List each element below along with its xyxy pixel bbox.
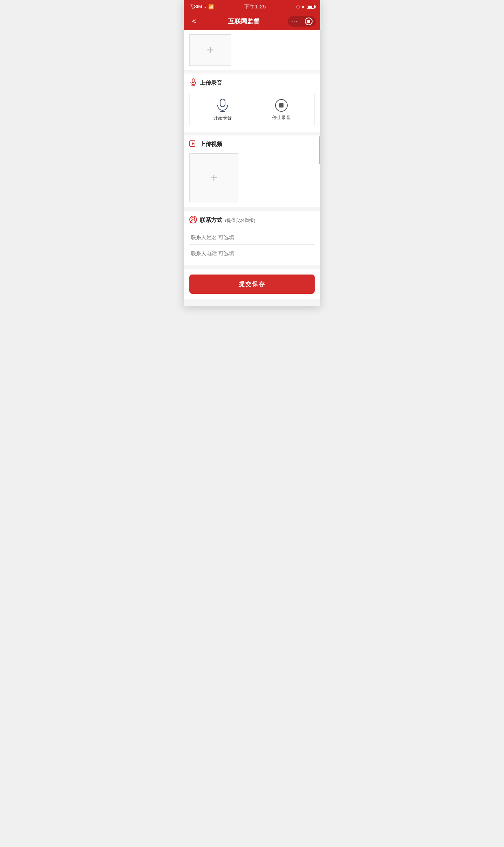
recording-controls: 开始录音 停止录音 <box>189 93 315 127</box>
scrollbar-thumb <box>319 136 320 164</box>
nav-bar: < 互联网监督 ··· <box>184 13 320 30</box>
carrier-label: 无SIM卡 <box>189 4 206 10</box>
upload-audio-section: 上传录音 开始录音 <box>184 74 320 132</box>
svg-rect-3 <box>220 99 225 107</box>
contact-name-input[interactable] <box>189 230 315 245</box>
status-time: 下午1:25 <box>244 4 266 10</box>
record-dot-icon <box>307 20 310 23</box>
add-image-icon: + <box>206 44 214 56</box>
contact-phone-input[interactable] <box>189 246 315 261</box>
phone-frame: 无SIM卡 📶 下午1:25 ⊕ ➤ < 互联网监督 ··· + <box>184 0 320 306</box>
audio-section-title: 上传录音 <box>200 79 222 87</box>
record-circle-icon <box>305 18 313 25</box>
battery-fill <box>308 6 312 8</box>
submit-button[interactable]: 提交保存 <box>189 275 315 294</box>
audio-section-header: 上传录音 <box>189 78 315 88</box>
video-section-header: 上传视频 <box>189 140 315 148</box>
mic-icon <box>216 99 229 112</box>
svg-rect-0 <box>192 79 194 83</box>
svg-point-8 <box>192 217 195 220</box>
svg-marker-7 <box>192 142 194 145</box>
stop-icon <box>275 99 288 112</box>
battery-icon <box>307 5 315 9</box>
video-upload-placeholder[interactable]: + <box>189 153 238 202</box>
contact-section-icon <box>189 216 197 225</box>
start-recording-label: 开始录音 <box>214 115 232 121</box>
contact-section-subtitle: (提倡实名举报) <box>225 217 255 224</box>
contact-section-header: 联系方式 (提倡实名举报) <box>189 216 315 225</box>
wifi-icon: 📶 <box>208 4 214 9</box>
image-upload-placeholder[interactable]: + <box>189 34 231 66</box>
contact-section: 联系方式 (提倡实名举报) <box>184 211 320 265</box>
upload-video-section: 上传视频 + <box>184 136 320 207</box>
stop-recording-label: 停止录音 <box>272 114 290 121</box>
status-right: ⊕ ➤ <box>296 4 315 9</box>
record-button[interactable] <box>301 18 313 25</box>
back-button[interactable]: < <box>188 15 201 28</box>
microphone-section-icon <box>189 78 197 88</box>
upload-image-section: + <box>184 30 320 70</box>
nav-title: 互联网监督 <box>228 17 260 26</box>
scrollbar-track <box>319 30 320 296</box>
start-recording-button[interactable]: 开始录音 <box>214 99 232 121</box>
stop-square-icon <box>279 103 284 107</box>
submit-section: 提交保存 <box>184 269 320 299</box>
content-area: + 上传录音 <box>184 30 320 306</box>
contact-section-title: 联系方式 <box>200 217 222 224</box>
location-icon: ⊕ ➤ <box>296 4 305 9</box>
nav-actions: ··· <box>288 16 316 27</box>
status-bar: 无SIM卡 📶 下午1:25 ⊕ ➤ <box>184 0 320 13</box>
more-button[interactable]: ··· <box>291 18 301 25</box>
stop-recording-button[interactable]: 停止录音 <box>272 99 290 121</box>
video-section-title: 上传视频 <box>200 141 222 148</box>
video-section-icon <box>189 140 197 148</box>
add-video-icon: + <box>210 172 217 184</box>
status-left: 无SIM卡 📶 <box>189 4 214 10</box>
